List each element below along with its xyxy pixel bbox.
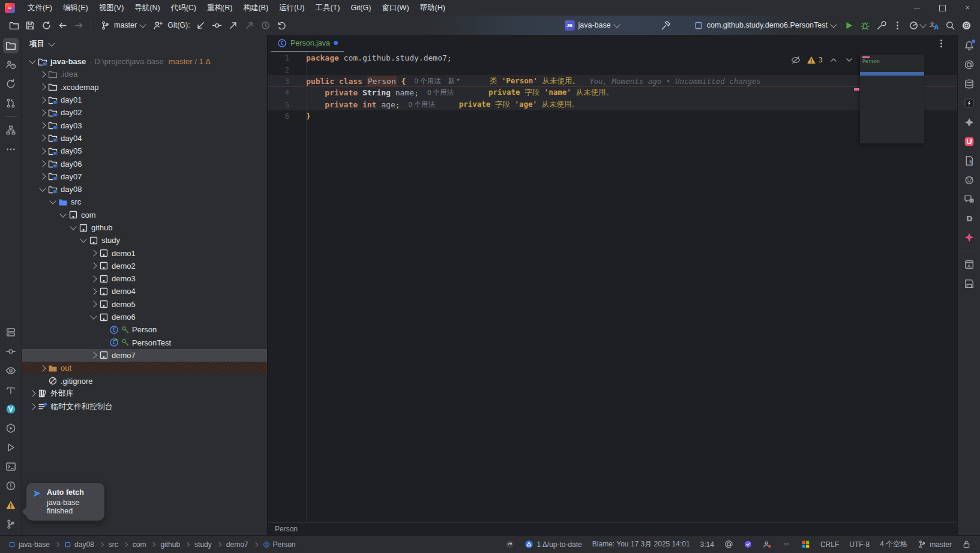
git-menu-label[interactable]: Git(G): <box>166 21 193 29</box>
profiler-icon[interactable] <box>906 17 921 33</box>
notification-toast[interactable]: Auto fetch java-base finished <box>26 483 104 521</box>
chevron-closed-icon[interactable] <box>37 121 47 130</box>
debug-button-icon[interactable] <box>857 17 873 33</box>
tree-item-day07[interactable]: day07 <box>22 170 267 183</box>
tree-item-demo2[interactable]: demo2 <box>22 260 267 272</box>
push-icon[interactable] <box>226 17 241 33</box>
close-button[interactable]: × <box>955 0 980 16</box>
update-project-icon[interactable] <box>193 17 209 33</box>
structure-tool-window[interactable] <box>3 122 19 138</box>
run-button-icon[interactable] <box>841 17 856 33</box>
more-run-options-icon[interactable] <box>873 17 889 33</box>
menu-h[interactable]: 帮助(H) <box>415 1 451 15</box>
tree-item-demo1[interactable]: demo1 <box>22 247 267 259</box>
terminal-tool-window[interactable] <box>3 459 19 474</box>
tree-item-PersonTest[interactable]: CPersonTest <box>22 336 267 349</box>
rollback-icon[interactable] <box>274 17 290 33</box>
chat-video-plugin[interactable] <box>961 191 977 207</box>
save-plugin[interactable] <box>961 276 977 291</box>
chevron-closed-icon[interactable] <box>88 274 98 284</box>
problems-tool-window[interactable] <box>3 478 19 494</box>
usage-inlay-hint[interactable]: 0 个用法 <box>427 88 454 97</box>
show-history-icon[interactable] <box>258 17 274 33</box>
notifications[interactable] <box>961 38 977 53</box>
file-encoding[interactable]: UTF-8 <box>846 539 873 550</box>
nav-item-com[interactable]: com <box>130 539 149 550</box>
nav-item-demo7[interactable]: demo7 <box>224 539 251 550</box>
project-widget[interactable]: JB java-base <box>561 17 624 33</box>
navigate-back-icon[interactable] <box>55 17 70 33</box>
tree-item-java-base[interactable]: java-base- D:\project\java-basemaster / … <box>22 55 267 68</box>
ci-status[interactable] <box>779 539 794 550</box>
tab-person-java[interactable]: C Person.java <box>271 35 344 52</box>
tree-item-com[interactable]: com <box>22 209 267 221</box>
tree-item-Person[interactable]: CPerson <box>22 323 267 336</box>
menu-b[interactable]: 构建(B) <box>238 1 274 15</box>
ai-assistant[interactable] <box>961 57 977 73</box>
chevron-closed-icon[interactable] <box>88 299 98 309</box>
menu-gitg[interactable]: Git(G) <box>345 2 376 14</box>
line-separator[interactable]: CRLF <box>817 539 842 550</box>
sync-tool-window[interactable] <box>3 76 19 92</box>
chevron-closed-icon[interactable] <box>27 402 37 411</box>
minimap[interactable]: Person <box>860 55 924 143</box>
tree-item-demo3[interactable]: demo3 <box>22 272 267 285</box>
menu-w[interactable]: 窗口(W) <box>376 1 414 15</box>
chevron-closed-icon[interactable] <box>27 389 37 398</box>
database-tool-window[interactable] <box>961 76 977 92</box>
tree-item-out[interactable]: out <box>22 362 267 374</box>
minimize-button[interactable] <box>904 0 930 16</box>
git-incoming-outgoing[interactable]: 1 Δ/up-to-date <box>522 539 585 550</box>
windows-widget[interactable] <box>798 539 813 550</box>
project-tool-window[interactable] <box>3 38 19 53</box>
commit-icon[interactable] <box>209 17 225 33</box>
project-panel-title[interactable]: 项目 <box>29 39 44 49</box>
code-editor[interactable]: 1package com.github.study.demo7;23public… <box>268 52 957 522</box>
tree-item-day01[interactable]: day01 <box>22 94 267 106</box>
notifications-warning[interactable] <box>3 497 19 513</box>
purple-plugin-status[interactable] <box>741 539 756 550</box>
build-tool-window[interactable] <box>3 382 19 398</box>
nav-item-Person[interactable]: CPerson <box>260 539 298 550</box>
line-number[interactable]: 6 <box>268 112 306 121</box>
nav-item-study[interactable]: study <box>192 539 214 550</box>
tree-item-demo7[interactable]: demo7 <box>22 349 267 362</box>
tab-list-more-icon[interactable] <box>933 36 949 52</box>
highlighting-level-icon[interactable] <box>791 55 801 65</box>
tree-item-day06[interactable]: day06 <box>22 157 267 170</box>
line-number[interactable]: 2 <box>268 65 306 74</box>
line-number[interactable]: 3 <box>268 77 306 86</box>
build-status[interactable] <box>502 539 517 550</box>
chevron-closed-icon[interactable] <box>88 261 98 271</box>
code-with-me[interactable] <box>760 539 775 550</box>
tree-item-.xcodemap[interactable]: .xcodemap <box>22 81 267 94</box>
chevron-closed-icon[interactable] <box>37 70 47 79</box>
chevron-open-icon[interactable] <box>58 210 68 220</box>
reload-from-disk-icon[interactable] <box>38 17 54 33</box>
commit-tool-window[interactable] <box>3 344 19 359</box>
chevron-closed-icon[interactable] <box>88 248 98 258</box>
save-all-icon[interactable] <box>22 17 38 33</box>
chevron-closed-icon[interactable] <box>37 363 47 373</box>
nav-item-java-base[interactable]: java-base <box>6 539 52 550</box>
search-everywhere-icon[interactable] <box>942 17 958 33</box>
menu-e[interactable]: 编辑(E) <box>58 1 94 15</box>
line-number[interactable]: 5 <box>268 100 306 109</box>
prev-problem-icon[interactable] <box>829 55 838 65</box>
annotate-author-icon[interactable] <box>150 17 166 33</box>
tree-item-github[interactable]: github <box>22 221 267 234</box>
next-problem-icon[interactable] <box>844 55 854 65</box>
tree-item-day04[interactable]: day04 <box>22 132 267 145</box>
chevron-closed-icon[interactable] <box>37 146 47 156</box>
warnings-badge[interactable]: 3 <box>807 55 823 65</box>
chevron-closed-icon[interactable] <box>37 95 47 105</box>
services-tool-window[interactable] <box>3 420 19 436</box>
indent-config[interactable]: 4 个空格 <box>877 538 910 551</box>
readonly-toggle[interactable] <box>959 539 974 550</box>
git-branch-widget[interactable]: master <box>915 539 955 550</box>
chevron-open-icon[interactable] <box>68 223 78 233</box>
tree-item-day05[interactable]: day05 <box>22 145 267 157</box>
chevron-closed-icon[interactable] <box>37 172 47 181</box>
tree-item-.idea[interactable]: .idea <box>22 68 267 80</box>
tree-item-[interactable]: 临时文件和控制台 <box>22 400 267 413</box>
